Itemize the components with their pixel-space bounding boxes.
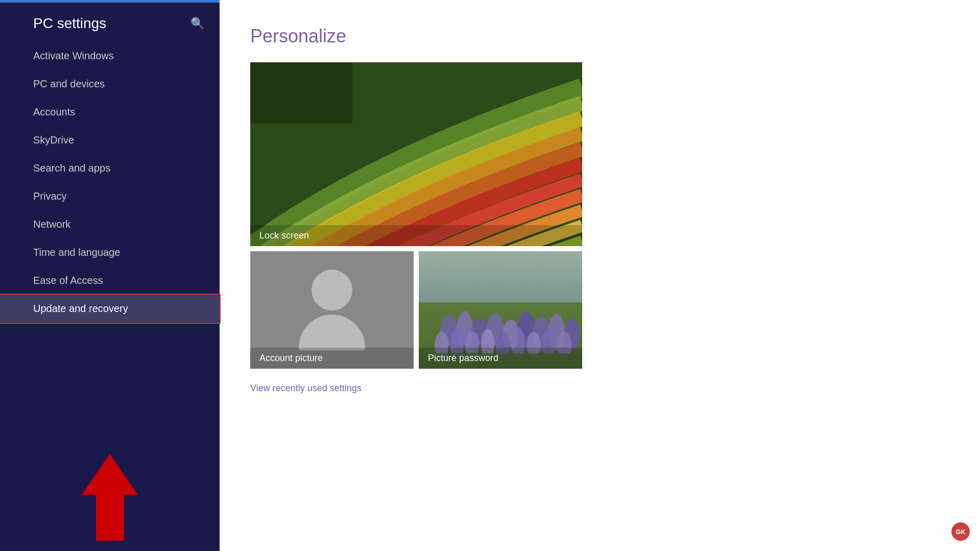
arrow-up-icon (82, 454, 138, 495)
sidebar-header: PC settings 🔍 (0, 0, 220, 42)
thumbnails-container: Lock screen Account picture (250, 62, 949, 369)
arrow-container (0, 449, 220, 551)
sidebar-item-search-and-apps[interactable]: Search and apps (0, 154, 220, 182)
main-content: Personalize (220, 0, 980, 551)
account-picture-label: Account picture (250, 348, 414, 369)
sidebar-item-skydrive[interactable]: SkyDrive (0, 126, 220, 154)
arrow-shaft (96, 495, 124, 541)
svg-rect-3 (419, 251, 582, 302)
bottom-thumbnails: Account picture (250, 251, 949, 369)
search-icon-button[interactable]: 🔍 (190, 17, 204, 30)
sidebar-item-ease-of-access[interactable]: Ease of Access (0, 267, 220, 295)
sidebar-item-update-and-recovery[interactable]: Update and recovery (0, 295, 220, 323)
nav-list: Activate Windows PC and devices Accounts… (0, 42, 220, 449)
sidebar: PC settings 🔍 Activate Windows PC and de… (0, 0, 220, 551)
sidebar-item-privacy[interactable]: Privacy (0, 182, 220, 210)
avatar-head (312, 270, 352, 310)
top-bar (0, 0, 220, 3)
lock-screen-thumbnail[interactable]: Lock screen (250, 62, 582, 246)
arrow-wrapper (82, 454, 138, 541)
sidebar-item-time-and-language[interactable]: Time and language (0, 238, 220, 267)
gk-badge: GK (951, 522, 970, 541)
sidebar-item-accounts[interactable]: Accounts (0, 98, 220, 126)
page-title: Personalize (250, 26, 949, 47)
picture-password-thumbnail[interactable]: Picture password (419, 251, 582, 369)
svg-rect-1 (250, 62, 352, 124)
sidebar-title: PC settings (33, 15, 106, 32)
sidebar-item-activate-windows[interactable]: Activate Windows (0, 42, 220, 70)
avatar-body (299, 315, 365, 350)
lock-screen-image (250, 62, 582, 246)
sidebar-item-pc-and-devices[interactable]: PC and devices (0, 70, 220, 98)
picture-password-label: Picture password (419, 348, 582, 369)
sidebar-item-network[interactable]: Network (0, 210, 220, 238)
account-picture-thumbnail[interactable]: Account picture (250, 251, 414, 369)
user-avatar-icon (299, 270, 365, 350)
lock-screen-label: Lock screen (250, 225, 582, 246)
view-recently-link[interactable]: View recently used settings (250, 383, 362, 394)
